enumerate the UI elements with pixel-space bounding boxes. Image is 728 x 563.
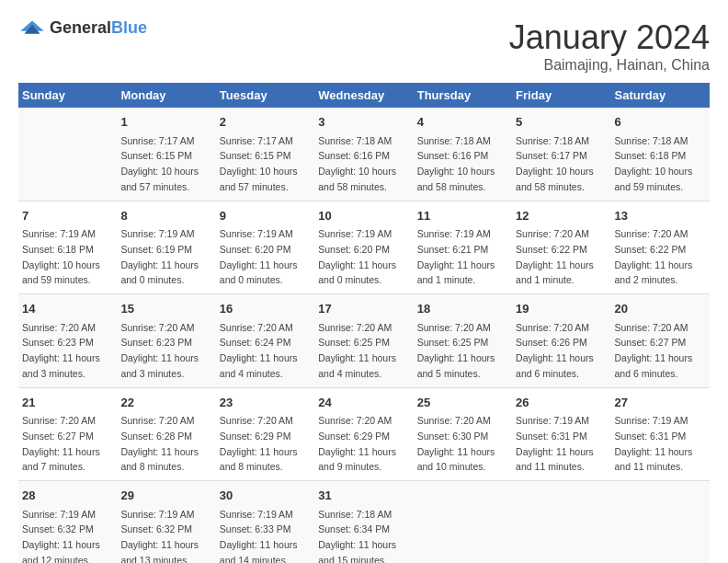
- day-info: Sunrise: 7:20 AM Sunset: 6:30 PM Dayligh…: [417, 415, 495, 472]
- title-area: January 2024 Baimajing, Hainan, China: [509, 18, 710, 74]
- day-info: Sunrise: 7:18 AM Sunset: 6:16 PM Dayligh…: [318, 135, 396, 192]
- day-cell: 31Sunrise: 7:18 AM Sunset: 6:34 PM Dayli…: [314, 481, 413, 564]
- day-cell: 16Sunrise: 7:20 AM Sunset: 6:24 PM Dayli…: [216, 294, 314, 388]
- day-cell: 29Sunrise: 7:19 AM Sunset: 6:32 PM Dayli…: [117, 481, 215, 564]
- day-cell: 25Sunrise: 7:20 AM Sunset: 6:30 PM Dayli…: [414, 387, 512, 481]
- day-cell: 4Sunrise: 7:18 AM Sunset: 6:16 PM Daylig…: [414, 108, 512, 201]
- day-cell: [611, 481, 710, 564]
- day-cell: 8Sunrise: 7:19 AM Sunset: 6:19 PM Daylig…: [117, 201, 215, 294]
- day-info: Sunrise: 7:19 AM Sunset: 6:18 PM Dayligh…: [22, 228, 100, 285]
- day-cell: 26Sunrise: 7:19 AM Sunset: 6:31 PM Dayli…: [512, 387, 610, 481]
- calendar-title: January 2024: [509, 18, 710, 57]
- week-row-4: 21Sunrise: 7:20 AM Sunset: 6:27 PM Dayli…: [18, 387, 710, 481]
- day-number: 17: [318, 300, 409, 318]
- header-monday: Monday: [117, 83, 215, 108]
- calendar-body: 1Sunrise: 7:17 AM Sunset: 6:15 PM Daylig…: [18, 108, 710, 563]
- logo-general: General: [50, 18, 111, 37]
- day-info: Sunrise: 7:19 AM Sunset: 6:19 PM Dayligh…: [120, 228, 199, 285]
- day-number: 20: [615, 300, 706, 318]
- day-number: 26: [516, 394, 607, 412]
- logo: GeneralBlue: [18, 18, 147, 38]
- day-info: Sunrise: 7:19 AM Sunset: 6:21 PM Dayligh…: [417, 228, 495, 285]
- day-cell: 1Sunrise: 7:17 AM Sunset: 6:15 PM Daylig…: [117, 108, 215, 201]
- day-number: 21: [22, 394, 113, 412]
- day-info: Sunrise: 7:20 AM Sunset: 6:27 PM Dayligh…: [22, 415, 100, 472]
- day-number: 24: [318, 394, 409, 412]
- day-number: 15: [120, 300, 211, 318]
- day-number: 12: [516, 207, 607, 225]
- day-cell: 19Sunrise: 7:20 AM Sunset: 6:26 PM Dayli…: [512, 294, 610, 388]
- day-info: Sunrise: 7:20 AM Sunset: 6:23 PM Dayligh…: [22, 322, 100, 379]
- day-info: Sunrise: 7:20 AM Sunset: 6:25 PM Dayligh…: [417, 322, 495, 379]
- day-number: 19: [516, 300, 607, 318]
- day-cell: 9Sunrise: 7:19 AM Sunset: 6:20 PM Daylig…: [216, 201, 314, 294]
- day-cell: 3Sunrise: 7:18 AM Sunset: 6:16 PM Daylig…: [314, 108, 413, 201]
- day-cell: 5Sunrise: 7:18 AM Sunset: 6:17 PM Daylig…: [512, 108, 610, 201]
- day-info: Sunrise: 7:19 AM Sunset: 6:20 PM Dayligh…: [318, 228, 396, 285]
- header-tuesday: Tuesday: [216, 83, 314, 108]
- day-cell: 11Sunrise: 7:19 AM Sunset: 6:21 PM Dayli…: [414, 201, 512, 294]
- day-number: 28: [22, 487, 113, 505]
- day-info: Sunrise: 7:18 AM Sunset: 6:16 PM Dayligh…: [417, 135, 495, 192]
- page-header: GeneralBlue January 2024 Baimajing, Hain…: [18, 18, 710, 74]
- day-info: Sunrise: 7:20 AM Sunset: 6:29 PM Dayligh…: [318, 415, 396, 472]
- day-info: Sunrise: 7:20 AM Sunset: 6:24 PM Dayligh…: [220, 322, 298, 379]
- day-info: Sunrise: 7:19 AM Sunset: 6:32 PM Dayligh…: [120, 509, 199, 564]
- day-info: Sunrise: 7:18 AM Sunset: 6:18 PM Dayligh…: [615, 135, 693, 192]
- header-saturday: Saturday: [611, 83, 710, 108]
- day-cell: 23Sunrise: 7:20 AM Sunset: 6:29 PM Dayli…: [216, 387, 314, 481]
- day-cell: 18Sunrise: 7:20 AM Sunset: 6:25 PM Dayli…: [414, 294, 512, 388]
- day-info: Sunrise: 7:20 AM Sunset: 6:28 PM Dayligh…: [120, 415, 199, 472]
- day-info: Sunrise: 7:19 AM Sunset: 6:31 PM Dayligh…: [516, 415, 594, 472]
- day-number: 7: [22, 207, 113, 225]
- header-friday: Friday: [512, 83, 610, 108]
- day-cell: [414, 481, 512, 564]
- day-info: Sunrise: 7:20 AM Sunset: 6:23 PM Dayligh…: [120, 322, 199, 379]
- day-cell: 7Sunrise: 7:19 AM Sunset: 6:18 PM Daylig…: [18, 201, 117, 294]
- day-cell: 2Sunrise: 7:17 AM Sunset: 6:15 PM Daylig…: [216, 108, 314, 201]
- logo-text: GeneralBlue: [50, 18, 147, 38]
- header-row: SundayMondayTuesdayWednesdayThursdayFrid…: [18, 83, 710, 108]
- header-wednesday: Wednesday: [314, 83, 413, 108]
- day-number: 31: [318, 487, 409, 505]
- day-cell: 24Sunrise: 7:20 AM Sunset: 6:29 PM Dayli…: [314, 387, 413, 481]
- day-number: 4: [417, 113, 508, 132]
- day-number: 6: [615, 113, 706, 132]
- day-cell: 6Sunrise: 7:18 AM Sunset: 6:18 PM Daylig…: [611, 108, 710, 201]
- header-thursday: Thursday: [414, 83, 512, 108]
- day-cell: 20Sunrise: 7:20 AM Sunset: 6:27 PM Dayli…: [611, 294, 710, 388]
- day-cell: 30Sunrise: 7:19 AM Sunset: 6:33 PM Dayli…: [216, 481, 314, 564]
- day-number: 27: [615, 394, 706, 412]
- day-number: 18: [417, 300, 508, 318]
- day-cell: [512, 481, 610, 564]
- day-number: 22: [120, 394, 211, 412]
- day-number: 29: [120, 487, 211, 505]
- day-cell: 22Sunrise: 7:20 AM Sunset: 6:28 PM Dayli…: [117, 387, 215, 481]
- day-cell: 14Sunrise: 7:20 AM Sunset: 6:23 PM Dayli…: [18, 294, 117, 388]
- header-sunday: Sunday: [18, 83, 117, 108]
- day-cell: 28Sunrise: 7:19 AM Sunset: 6:32 PM Dayli…: [18, 481, 117, 564]
- calendar-table: SundayMondayTuesdayWednesdayThursdayFrid…: [18, 83, 710, 563]
- day-number: 1: [120, 113, 211, 132]
- day-cell: 21Sunrise: 7:20 AM Sunset: 6:27 PM Dayli…: [18, 387, 117, 481]
- calendar-header: SundayMondayTuesdayWednesdayThursdayFrid…: [18, 83, 710, 108]
- day-number: 14: [22, 300, 113, 318]
- logo-icon: [18, 19, 46, 38]
- day-cell: 17Sunrise: 7:20 AM Sunset: 6:25 PM Dayli…: [314, 294, 413, 388]
- day-number: 3: [318, 113, 409, 132]
- day-number: 5: [516, 113, 607, 132]
- day-info: Sunrise: 7:20 AM Sunset: 6:25 PM Dayligh…: [318, 322, 396, 379]
- day-info: Sunrise: 7:19 AM Sunset: 6:32 PM Dayligh…: [22, 509, 100, 564]
- day-number: 16: [220, 300, 311, 318]
- day-cell: 10Sunrise: 7:19 AM Sunset: 6:20 PM Dayli…: [314, 201, 413, 294]
- day-number: 9: [220, 207, 311, 225]
- day-info: Sunrise: 7:20 AM Sunset: 6:27 PM Dayligh…: [615, 322, 693, 379]
- day-number: 10: [318, 207, 409, 225]
- day-info: Sunrise: 7:19 AM Sunset: 6:31 PM Dayligh…: [615, 415, 693, 472]
- day-info: Sunrise: 7:20 AM Sunset: 6:29 PM Dayligh…: [220, 415, 298, 472]
- day-cell: 27Sunrise: 7:19 AM Sunset: 6:31 PM Dayli…: [611, 387, 710, 481]
- week-row-1: 1Sunrise: 7:17 AM Sunset: 6:15 PM Daylig…: [18, 108, 710, 201]
- day-info: Sunrise: 7:17 AM Sunset: 6:15 PM Dayligh…: [120, 135, 199, 192]
- day-number: 11: [417, 207, 508, 225]
- day-number: 23: [220, 394, 311, 412]
